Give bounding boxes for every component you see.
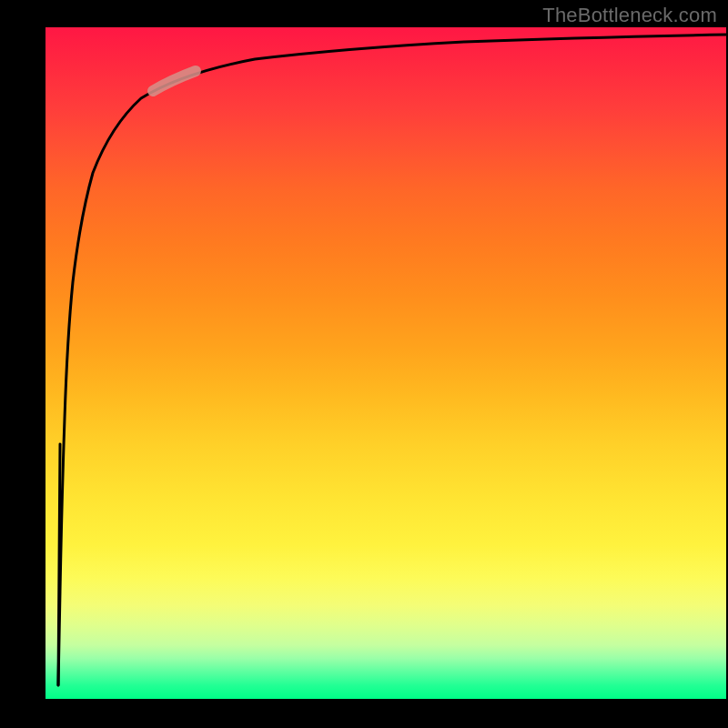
chart-svg — [46, 27, 726, 699]
bottleneck-curve — [58, 35, 726, 685]
highlight-segment — [153, 71, 196, 91]
watermark-text: TheBottleneck.com — [542, 4, 717, 27]
